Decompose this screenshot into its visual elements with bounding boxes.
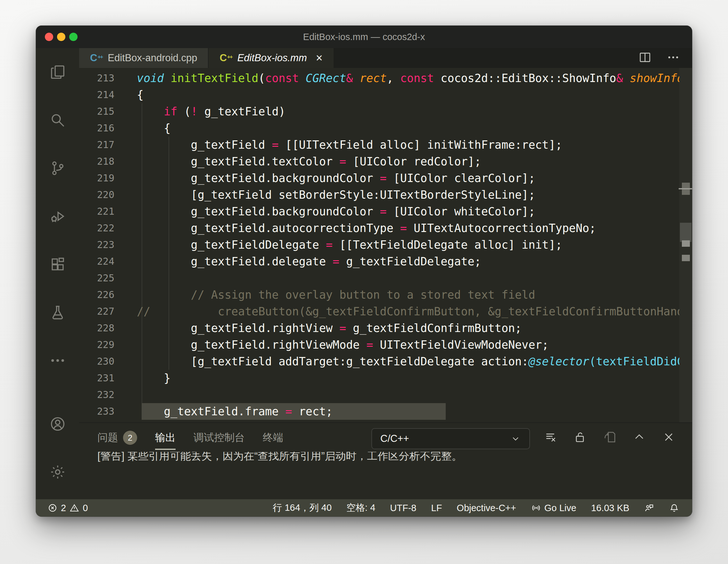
status-item-encoding[interactable]: UTF-8: [390, 503, 416, 513]
editor-tabs: C++EditBox-android.cppC++EditBox-ios.mm×: [79, 48, 334, 68]
line-number: 230: [97, 353, 114, 370]
more-icon: [49, 352, 66, 369]
window-title: EditBox-ios.mm — cocos2d-x: [36, 26, 692, 48]
line-number: 223: [97, 236, 114, 253]
activity-item-testing[interactable]: [36, 288, 79, 336]
account-icon: [49, 415, 66, 433]
warning-icon: [69, 503, 79, 513]
code-line-226: // Assign the overlay button to a stored…: [137, 286, 535, 303]
line-number: 228: [97, 320, 114, 336]
activity-item-source-control[interactable]: [36, 144, 79, 192]
titlebar[interactable]: EditBox-ios.mm — cocos2d-x: [36, 26, 692, 48]
explorer-icon: [49, 63, 66, 81]
status-item-go-live[interactable]: Go Live: [531, 503, 576, 513]
close-panel-icon: [662, 430, 675, 444]
code-line-229: g_textField.rightViewMode = UITextFieldV…: [137, 336, 549, 353]
vscode-window: EditBox-ios.mm — cocos2d-x C++EditBox-an…: [36, 26, 692, 517]
split-editor-icon: [638, 51, 652, 64]
activity-item-account[interactable]: [36, 400, 79, 448]
scrollbar[interactable]: [679, 68, 692, 422]
more-actions-button[interactable]: [666, 51, 680, 65]
activity-item-search[interactable]: [36, 96, 79, 144]
status-item-indentation[interactable]: 空格: 4: [346, 502, 375, 514]
status-item-language-mode[interactable]: Objective-C++: [457, 503, 516, 513]
line-number: 221: [97, 203, 114, 220]
panel-tab-output[interactable]: 输出: [155, 423, 176, 452]
status-item-eol[interactable]: LF: [431, 503, 442, 513]
problems-status[interactable]: 2 0: [47, 503, 88, 513]
editor[interactable]: 2132142152162172182192202212222232242252…: [79, 68, 692, 422]
overview-ruler-mark: [682, 240, 690, 247]
activity-item-settings[interactable]: [36, 448, 79, 496]
activity-item-run-debug[interactable]: [36, 192, 79, 240]
line-number: 229: [97, 336, 114, 353]
panel-actions: [544, 423, 675, 452]
code-line-227: // createButton(&g_textFieldConfirmButto…: [137, 303, 679, 320]
status-item-label: UTF-8: [390, 503, 416, 513]
activity-item-extensions[interactable]: [36, 240, 79, 288]
panel-tabs: 问题2输出调试控制台终端: [97, 423, 283, 452]
activity-item-explorer[interactable]: [36, 48, 79, 96]
panel-tab-debug-console[interactable]: 调试控制台: [194, 423, 245, 452]
overview-ruler-cursor: [679, 188, 692, 189]
line-number: 231: [97, 370, 114, 386]
close-tab-icon[interactable]: ×: [316, 52, 323, 64]
code-line-217: g_textField = [[UITextField alloc] initW…: [137, 137, 562, 153]
line-number: 217: [97, 137, 114, 153]
scrollbar-thumb[interactable]: [680, 223, 691, 242]
status-item-notifications[interactable]: [669, 503, 679, 513]
code-line-223: g_textFieldDelegate = [[TextFieldDelegat…: [137, 236, 562, 253]
line-number: 215: [97, 103, 114, 120]
code-lines: void initTextField(const CGRect& rect, c…: [137, 68, 679, 422]
cpp-file-icon: C++: [219, 52, 232, 64]
maximize-panel-icon: [633, 430, 646, 444]
code-line-215: if (! g_textField): [137, 103, 285, 120]
code-line-220: [g_textField setBorderStyle:UITextBorder…: [137, 187, 535, 203]
line-number: 225: [97, 270, 114, 286]
activity-bar-bottom: [36, 400, 79, 499]
status-bar: 2 0 行 164，列 40空格: 4UTF-8LFObjective-C++G…: [36, 499, 692, 517]
activity-item-more[interactable]: [36, 336, 79, 385]
line-number: 226: [97, 286, 114, 303]
code-line-224: g_textField.delegate = g_textFieldDelega…: [137, 253, 481, 270]
problems-badge: 2: [123, 431, 137, 445]
line-number: 227: [97, 303, 114, 320]
clear-output-button[interactable]: [544, 430, 558, 445]
close-panel-button[interactable]: [662, 430, 675, 445]
minimize-window-button[interactable]: [57, 33, 65, 41]
unlock-button[interactable]: [574, 430, 587, 445]
line-number: 220: [97, 187, 114, 203]
unlock-icon: [574, 430, 587, 444]
code-line-219: g_textField.backgroundColor = [UIColor c…: [137, 170, 535, 187]
close-window-button[interactable]: [45, 33, 53, 41]
tab-editbox-ios-mm[interactable]: C++EditBox-ios.mm×: [209, 48, 333, 68]
panel-tab-terminal[interactable]: 终端: [263, 423, 283, 452]
maximize-panel-button[interactable]: [633, 430, 646, 445]
zoom-window-button[interactable]: [69, 33, 78, 41]
channel-value: C/C++: [380, 433, 409, 444]
code-line-213: void initTextField(const CGRect& rect, c…: [137, 70, 679, 87]
code-line-221: g_textField.backgroundColor = [UIColor w…: [137, 203, 535, 220]
feedback-icon: [644, 503, 654, 513]
status-item-file-size[interactable]: 16.03 KB: [591, 503, 629, 513]
code-line-222: g_textField.autocorrectionType = UITextA…: [137, 220, 596, 236]
status-item-feedback[interactable]: [644, 503, 654, 513]
source-control-icon: [49, 160, 66, 177]
gutter: 2132142152162172182192202212222232242252…: [79, 68, 137, 422]
output-area[interactable]: [警告] 某些引用可能丢失，因为在“查找所有引用”启动时，工作区分析不完整。: [97, 452, 686, 468]
status-item-cursor-position[interactable]: 行 164，列 40: [273, 502, 332, 514]
activity-bar: [36, 48, 79, 499]
code-line-231: }: [137, 370, 170, 386]
open-in-editor-button[interactable]: [603, 430, 616, 445]
status-item-label: LF: [431, 503, 442, 513]
tab-editbox-android-cpp[interactable]: C++EditBox-android.cpp: [79, 48, 208, 68]
output-channel-select[interactable]: C/C++: [371, 428, 530, 449]
split-editor-button[interactable]: [638, 51, 652, 65]
open-in-editor-icon: [603, 430, 616, 444]
panel-tab-problems[interactable]: 问题2: [97, 423, 137, 452]
run-debug-icon: [49, 208, 66, 225]
editor-actions: [638, 48, 692, 68]
status-item-label: Go Live: [544, 503, 576, 513]
clear-output-icon: [544, 430, 558, 444]
broadcast-icon: [531, 503, 541, 513]
